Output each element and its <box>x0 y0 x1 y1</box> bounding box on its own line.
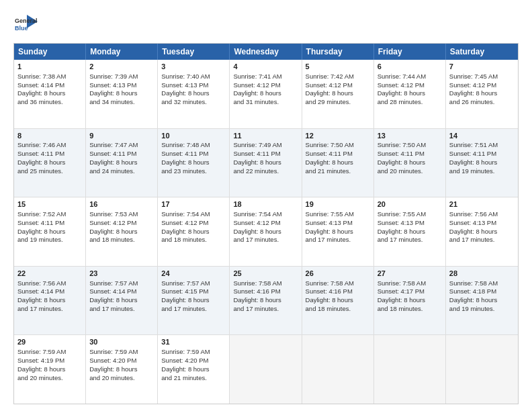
day-cell-30: 30Sunrise: 7:59 AMSunset: 4:20 PMDayligh… <box>86 335 158 404</box>
day-info-line: Sunset: 4:14 PM <box>17 81 82 90</box>
day-info-line: Daylight: 8 hours <box>306 228 370 236</box>
weekday-header-thursday: Thursday <box>302 44 374 60</box>
day-number: 9 <box>89 131 154 141</box>
day-cell-13: 13Sunrise: 7:50 AMSunset: 4:11 PMDayligh… <box>374 129 446 197</box>
day-info-line: Sunrise: 7:48 AM <box>161 141 226 150</box>
day-number: 5 <box>306 62 370 72</box>
day-info-line: Daylight: 8 hours <box>161 365 226 374</box>
day-cell-11: 11Sunrise: 7:49 AMSunset: 4:11 PMDayligh… <box>230 129 302 197</box>
day-number: 24 <box>161 269 226 279</box>
day-info-line: Sunrise: 7:49 AM <box>233 141 298 150</box>
day-info-line: Daylight: 8 hours <box>89 158 154 167</box>
day-info-line: Daylight: 8 hours <box>306 158 370 167</box>
calendar-body: 1Sunrise: 7:38 AMSunset: 4:14 PMDaylight… <box>14 60 518 404</box>
day-info-line: and 25 minutes. <box>17 167 82 176</box>
day-info-line: Sunset: 4:11 PM <box>306 150 370 158</box>
day-info-line: Sunrise: 7:59 AM <box>161 348 226 357</box>
day-info-line: and 31 minutes. <box>233 98 298 107</box>
day-cell-9: 9Sunrise: 7:47 AMSunset: 4:11 PMDaylight… <box>86 129 158 197</box>
day-info-line: Sunrise: 7:52 AM <box>17 210 82 219</box>
day-info-line: and 17 minutes. <box>306 236 370 244</box>
day-info-line: Sunset: 4:14 PM <box>17 287 82 296</box>
day-number: 12 <box>306 131 370 141</box>
day-cell-2: 2Sunrise: 7:39 AMSunset: 4:13 PMDaylight… <box>86 60 158 128</box>
day-info-line: Sunrise: 7:44 AM <box>378 73 442 81</box>
calendar-week-1: 1Sunrise: 7:38 AMSunset: 4:14 PMDaylight… <box>14 60 518 128</box>
day-info-line: Sunset: 4:16 PM <box>233 287 298 296</box>
day-cell-19: 19Sunrise: 7:55 AMSunset: 4:13 PMDayligh… <box>302 197 374 266</box>
day-cell-8: 8Sunrise: 7:46 AMSunset: 4:11 PMDaylight… <box>14 129 86 197</box>
day-number: 23 <box>89 269 154 279</box>
day-info-line: Daylight: 8 hours <box>17 89 82 98</box>
day-number: 26 <box>306 269 370 279</box>
day-info-line: Daylight: 8 hours <box>306 89 370 98</box>
day-info-line: Sunrise: 7:54 AM <box>233 210 298 219</box>
day-info-line: Sunset: 4:11 PM <box>378 150 442 158</box>
day-info-line: and 21 minutes. <box>306 167 370 176</box>
day-info-line: and 18 minutes. <box>306 305 370 314</box>
day-number: 18 <box>233 199 298 210</box>
day-cell-17: 17Sunrise: 7:54 AMSunset: 4:12 PMDayligh… <box>158 197 230 266</box>
day-info-line: and 24 minutes. <box>89 167 154 176</box>
day-info-line: Sunset: 4:15 PM <box>161 287 226 296</box>
day-info-line: Sunrise: 7:41 AM <box>233 73 298 81</box>
empty-cell <box>374 335 446 404</box>
calendar-week-5: 29Sunrise: 7:59 AMSunset: 4:19 PMDayligh… <box>14 334 518 404</box>
day-info-line: Daylight: 8 hours <box>378 296 442 305</box>
day-cell-7: 7Sunrise: 7:45 AMSunset: 4:12 PMDaylight… <box>446 60 518 128</box>
day-info-line: Daylight: 8 hours <box>449 228 515 236</box>
day-info-line: Sunrise: 7:46 AM <box>17 141 82 150</box>
day-number: 29 <box>17 337 82 347</box>
day-number: 8 <box>17 131 82 141</box>
day-info-line: Sunrise: 7:38 AM <box>17 73 82 81</box>
day-cell-12: 12Sunrise: 7:50 AMSunset: 4:11 PMDayligh… <box>302 129 374 197</box>
day-info-line: and 17 minutes. <box>89 305 154 314</box>
day-info-line: Daylight: 8 hours <box>161 228 226 236</box>
day-cell-23: 23Sunrise: 7:57 AMSunset: 4:14 PMDayligh… <box>86 267 158 335</box>
day-info-line: Sunrise: 7:42 AM <box>306 73 370 81</box>
day-info-line: and 26 minutes. <box>449 98 515 107</box>
day-cell-28: 28Sunrise: 7:58 AMSunset: 4:18 PMDayligh… <box>446 267 518 335</box>
day-info-line: and 18 minutes. <box>89 236 154 244</box>
day-info-line: Sunset: 4:19 PM <box>17 357 82 365</box>
calendar-header: SundayMondayTuesdayWednesdayThursdayFrid… <box>14 44 518 60</box>
day-info-line: Daylight: 8 hours <box>233 296 298 305</box>
day-number: 15 <box>17 199 82 210</box>
day-info-line: Sunrise: 7:55 AM <box>306 210 370 219</box>
svg-rect-0 <box>13 12 38 36</box>
day-info-line: Daylight: 8 hours <box>306 296 370 305</box>
day-info-line: and 23 minutes. <box>161 167 226 176</box>
day-info-line: Daylight: 8 hours <box>17 296 82 305</box>
day-info-line: Daylight: 8 hours <box>378 228 442 236</box>
calendar: SundayMondayTuesdayWednesdayThursdayFrid… <box>13 43 519 404</box>
day-info-line: Sunrise: 7:58 AM <box>233 279 298 288</box>
day-info-line: Sunset: 4:11 PM <box>89 150 154 158</box>
day-info-line: and 17 minutes. <box>449 236 515 244</box>
day-info-line: and 19 minutes. <box>449 305 515 314</box>
day-info-line: Sunrise: 7:51 AM <box>449 141 515 150</box>
day-number: 21 <box>449 199 515 210</box>
day-number: 16 <box>89 199 154 210</box>
day-info-line: Sunset: 4:13 PM <box>378 219 442 228</box>
day-info-line: Sunset: 4:13 PM <box>306 219 370 228</box>
day-info-line: and 18 minutes. <box>161 236 226 244</box>
day-number: 22 <box>17 269 82 279</box>
day-info-line: and 20 minutes. <box>17 374 82 383</box>
day-info-line: Sunset: 4:13 PM <box>161 81 226 90</box>
day-number: 10 <box>161 131 226 141</box>
weekday-header-saturday: Saturday <box>446 44 518 60</box>
day-info-line: Sunrise: 7:54 AM <box>161 210 226 219</box>
day-info-line: Daylight: 8 hours <box>89 296 154 305</box>
day-cell-26: 26Sunrise: 7:58 AMSunset: 4:16 PMDayligh… <box>302 267 374 335</box>
day-info-line: and 29 minutes. <box>306 98 370 107</box>
day-cell-18: 18Sunrise: 7:54 AMSunset: 4:12 PMDayligh… <box>230 197 302 266</box>
day-info-line: Daylight: 8 hours <box>449 296 515 305</box>
day-info-line: Sunset: 4:14 PM <box>89 287 154 296</box>
day-cell-31: 31Sunrise: 7:59 AMSunset: 4:20 PMDayligh… <box>158 335 230 404</box>
day-info-line: Sunrise: 7:59 AM <box>17 348 82 357</box>
day-number: 28 <box>449 269 515 279</box>
day-cell-15: 15Sunrise: 7:52 AMSunset: 4:11 PMDayligh… <box>14 197 86 266</box>
day-info-line: Daylight: 8 hours <box>89 365 154 374</box>
day-info-line: and 36 minutes. <box>17 98 82 107</box>
calendar-week-3: 15Sunrise: 7:52 AMSunset: 4:11 PMDayligh… <box>14 197 518 266</box>
